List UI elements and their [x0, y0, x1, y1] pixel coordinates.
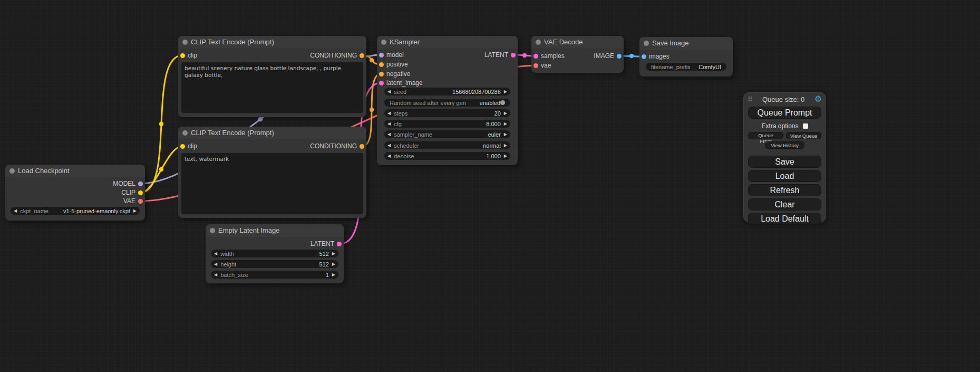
clear-button[interactable]: Clear [748, 198, 821, 211]
latent-input-dot[interactable] [379, 81, 384, 85]
node-header[interactable]: Save Image [639, 37, 733, 50]
output-slot-model: MODEL [113, 180, 145, 187]
queue-front-button[interactable]: Queue Front [748, 132, 783, 139]
link-midpoint-dot[interactable] [522, 53, 527, 58]
collapse-dot-icon[interactable] [182, 130, 188, 136]
node-header[interactable]: CLIP Text Encode (Prompt) [178, 127, 366, 139]
decrement-arrow-icon[interactable]: ◀ [214, 250, 217, 257]
width-widget[interactable]: ◀ width 512 ▶ [211, 250, 338, 257]
node-save-image[interactable]: Save Image images filename_prefix ComfyU… [639, 37, 733, 77]
output-slot-vae: VAE [123, 197, 145, 205]
queue-size-label: Queue size: 0 [753, 96, 814, 103]
increment-arrow-icon[interactable]: ▶ [504, 109, 507, 117]
load-button[interactable]: Load [748, 170, 821, 182]
graph-canvas[interactable]: Load Checkpoint MODEL CLIP VAE ◀ ckpt_na… [0, 0, 980, 372]
increment-arrow-icon[interactable]: ▶ [504, 88, 507, 96]
link-midpoint-dot[interactable] [370, 58, 374, 62]
link-midpoint-dot[interactable] [370, 108, 374, 112]
collapse-dot-icon[interactable] [9, 168, 15, 174]
increment-arrow-icon[interactable]: ▶ [504, 120, 507, 128]
latent-input-dot[interactable] [533, 54, 538, 59]
increment-arrow-icon[interactable]: ▶ [332, 271, 335, 279]
view-history-button[interactable]: View History [765, 141, 804, 149]
node-clip-text-encode-negative[interactable]: CLIP Text Encode (Prompt) clip CONDITION… [178, 127, 366, 218]
queue-panel: ⠿ Queue size: 0 ⚙ Queue Prompt Extra opt… [743, 92, 826, 222]
output-slot-latent: LATENT [484, 51, 518, 59]
increment-arrow-icon[interactable]: ▶ [133, 207, 137, 215]
collapse-dot-icon[interactable] [182, 40, 188, 45]
node-vae-decode[interactable]: VAE Decode samples vae IMAGE [531, 36, 624, 73]
decrement-arrow-icon[interactable]: ◀ [387, 130, 391, 138]
vae-output-dot[interactable] [138, 199, 143, 204]
link-midpoint-dot[interactable] [159, 122, 163, 126]
increment-arrow-icon[interactable]: ▶ [504, 152, 507, 160]
latent-output-dot[interactable] [337, 242, 342, 246]
increment-arrow-icon[interactable]: ▶ [332, 260, 335, 268]
conditioning-output-dot[interactable] [360, 144, 364, 149]
conditioning-input-dot[interactable] [379, 72, 384, 77]
node-header[interactable]: CLIP Text Encode (Prompt) [178, 36, 366, 49]
decrement-arrow-icon[interactable]: ◀ [214, 260, 217, 268]
clip-output-dot[interactable] [138, 190, 143, 195]
settings-gear-icon[interactable]: ⚙ [814, 95, 822, 103]
vae-input-dot[interactable] [533, 63, 538, 68]
sampler-name-widget[interactable]: ◀ sampler_name euler ▶ [384, 130, 510, 138]
queue-prompt-button[interactable]: Queue Prompt [748, 107, 821, 119]
prompt-textarea[interactable]: text, watermark [181, 153, 363, 214]
conditioning-output-dot[interactable] [360, 53, 364, 58]
collapse-dot-icon[interactable] [210, 228, 215, 233]
seed-widget[interactable]: ◀ seed 156680208700286 ▶ [384, 88, 510, 96]
increment-arrow-icon[interactable]: ▶ [332, 250, 335, 257]
drag-handle-icon[interactable]: ⠿ [748, 96, 753, 103]
increment-arrow-icon[interactable]: ▶ [504, 130, 507, 138]
node-empty-latent-image[interactable]: Empty Latent Image LATENT ◀ width 512 ▶ … [206, 224, 344, 283]
decrement-arrow-icon[interactable]: ◀ [387, 88, 391, 96]
load-default-button[interactable]: Load Default [748, 213, 821, 225]
toggle-dot-icon[interactable] [500, 100, 505, 105]
image-output-dot[interactable] [617, 54, 622, 59]
clip-input-dot[interactable] [180, 144, 185, 149]
output-slot-clip: CLIP [121, 189, 145, 196]
collapse-dot-icon[interactable] [644, 41, 649, 46]
decrement-arrow-icon[interactable]: ◀ [387, 109, 391, 117]
decrement-arrow-icon[interactable]: ◀ [214, 271, 217, 279]
node-header[interactable]: Empty Latent Image [206, 224, 344, 237]
node-ksampler[interactable]: KSampler model positive negative latent_… [377, 36, 518, 165]
increment-arrow-icon[interactable]: ▶ [504, 141, 507, 149]
cfg-widget[interactable]: ◀ cfg 8.000 ▶ [384, 120, 510, 128]
clip-input-dot[interactable] [180, 53, 185, 58]
scheduler-widget[interactable]: ◀ scheduler normal ▶ [384, 141, 510, 149]
image-input-dot[interactable] [642, 54, 646, 59]
random-seed-toggle-widget[interactable]: Random seed after every gen enabled [384, 99, 510, 107]
decrement-arrow-icon[interactable]: ◀ [387, 152, 391, 160]
view-queue-button[interactable]: View Queue [786, 132, 821, 139]
collapse-dot-icon[interactable] [536, 40, 541, 45]
height-widget[interactable]: ◀ height 512 ▶ [211, 260, 338, 268]
node-header[interactable]: VAE Decode [531, 36, 624, 49]
extra-options-checkbox[interactable] [803, 123, 808, 129]
link-midpoint-dot[interactable] [258, 117, 263, 121]
denoise-widget[interactable]: ◀ denoise 1.000 ▶ [384, 152, 510, 160]
batch-size-widget[interactable]: ◀ batch_size 1 ▶ [211, 271, 338, 279]
filename-prefix-widget[interactable]: filename_prefix ComfyUI [646, 63, 726, 71]
steps-widget[interactable]: ◀ steps 20 ▶ [384, 109, 510, 117]
input-slot-model: model [377, 51, 404, 59]
decrement-arrow-icon[interactable]: ◀ [387, 120, 391, 128]
model-input-dot[interactable] [379, 53, 384, 58]
node-header[interactable]: KSampler [377, 36, 518, 49]
save-button[interactable]: Save [748, 156, 821, 168]
node-load-checkpoint[interactable]: Load Checkpoint MODEL CLIP VAE ◀ ckpt_na… [5, 165, 145, 221]
decrement-arrow-icon[interactable]: ◀ [387, 141, 391, 149]
collapse-dot-icon[interactable] [381, 40, 386, 45]
latent-output-dot[interactable] [511, 53, 516, 58]
model-output-dot[interactable] [138, 182, 143, 186]
ckpt-name-widget[interactable]: ◀ ckpt_name v1-5-pruned-emaonly.ckpt ▶ [11, 207, 140, 215]
node-header[interactable]: Load Checkpoint [5, 165, 145, 177]
link-midpoint-dot[interactable] [629, 54, 634, 58]
prompt-textarea[interactable]: beautiful scenery nature glass bottle la… [181, 62, 363, 113]
node-clip-text-encode-positive[interactable]: CLIP Text Encode (Prompt) clip CONDITION… [178, 36, 366, 117]
refresh-button[interactable]: Refresh [748, 184, 821, 196]
decrement-arrow-icon[interactable]: ◀ [14, 207, 17, 215]
conditioning-input-dot[interactable] [379, 62, 384, 67]
link-midpoint-dot[interactable] [159, 167, 163, 171]
